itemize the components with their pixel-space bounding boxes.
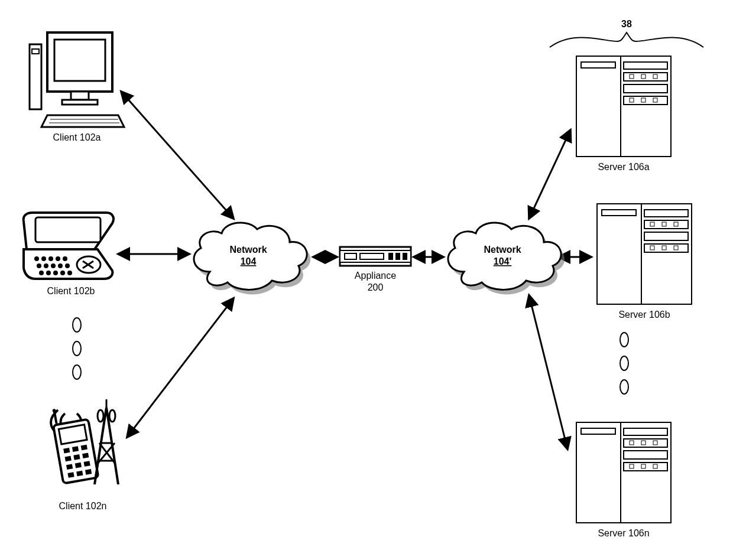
server-a-label: Server 106a [598,162,649,172]
network-right: Network 104' [448,223,565,294]
servers-ellipsis-icon [620,333,628,394]
server-b-label: Server 106b [618,310,670,320]
client-n: Client 102n [50,399,118,511]
client-n-label: Client 102n [59,501,107,511]
clients-ellipsis-icon [73,318,81,379]
server-b: Server 106b [597,204,692,320]
server-group-label: 38 [621,19,632,29]
link-network-right-server-a [529,130,570,219]
server-n-label: Server 106n [598,528,649,538]
server-n: Server 106n [576,422,671,538]
client-b-label: Client 102b [47,286,95,296]
link-client-a-network-left [121,92,233,219]
network-left-title: Network [229,245,267,255]
network-right-id: 104' [494,256,512,266]
link-network-right-server-n [529,295,567,449]
client-a-label: Client 102a [53,132,101,142]
appliance: Appliance 200 [340,247,411,292]
client-b: Client 102b [24,213,113,296]
appliance-title: Appliance [355,271,396,281]
client-a: Client 102a [30,32,124,142]
network-left-id: 104 [241,256,257,266]
server-group-bracket: 38 [550,19,703,47]
network-right-title: Network [484,245,521,255]
appliance-id: 200 [368,282,384,292]
server-a: Server 106a [576,56,671,172]
link-client-n-network-left [127,298,233,437]
network-left: Network 104 [194,223,310,294]
